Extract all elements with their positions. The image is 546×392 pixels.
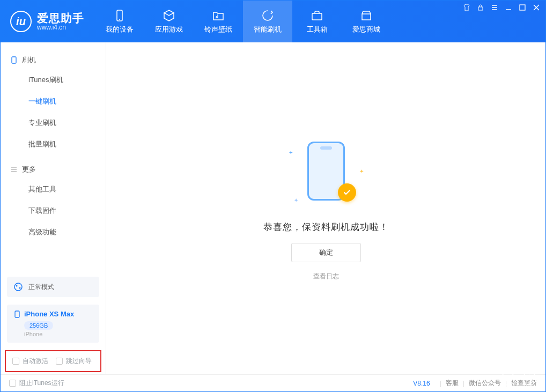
checkmark-icon <box>338 183 356 202</box>
brand-name: 爱思助手 <box>37 12 84 24</box>
tab-label: 工具箱 <box>307 25 328 34</box>
minimize-button[interactable] <box>505 4 512 11</box>
tab-label: 爱思商城 <box>352 25 380 34</box>
tab-toolbox[interactable]: 工具箱 <box>292 1 342 42</box>
lock-icon[interactable] <box>477 4 484 11</box>
ok-button[interactable]: 确定 <box>291 243 361 262</box>
checkbox-auto-activate[interactable]: 自动激活 <box>12 357 48 366</box>
status-link-support[interactable]: 客服 <box>446 379 459 388</box>
tab-apps[interactable]: 应用游戏 <box>144 1 194 42</box>
tab-label: 应用游戏 <box>155 25 183 34</box>
phone-icon <box>113 9 126 22</box>
svg-point-10 <box>16 285 18 287</box>
tab-my-device[interactable]: 我的设备 <box>95 1 144 42</box>
sidebar-section-flash: 刷机 <box>1 51 106 69</box>
header: iu 爱思助手 www.i4.cn 我的设备 应用游戏 铃声壁纸 智能刷机 <box>1 1 545 42</box>
svg-point-7 <box>528 375 532 379</box>
checkbox-row-highlight: 自动激活 跳过向导 <box>5 350 101 372</box>
sidebar-item-pro-flash[interactable]: 专业刷机 <box>1 112 106 134</box>
success-illustration: ✦ ✦ ✦ <box>289 136 364 211</box>
shirt-icon[interactable] <box>463 4 470 11</box>
sparkle-icon: ✦ <box>294 197 298 203</box>
main-tabs: 我的设备 应用游戏 铃声壁纸 智能刷机 工具箱 爱思商城 <box>95 1 391 42</box>
view-log-link[interactable]: 查看日志 <box>313 272 339 281</box>
svg-point-9 <box>14 283 22 291</box>
section-label: 刷机 <box>22 55 36 65</box>
tab-label: 铃声壁纸 <box>204 25 232 34</box>
sidebar-section-more: 更多 <box>1 160 106 179</box>
sidebar-item-advanced[interactable]: 高级功能 <box>1 221 106 243</box>
cube-icon <box>163 9 175 22</box>
sidebar-item-itunes-flash[interactable]: iTunes刷机 <box>1 69 106 91</box>
svg-rect-4 <box>520 5 525 10</box>
version-label: V8.16 <box>413 380 430 387</box>
maximize-button[interactable] <box>519 4 526 11</box>
statusbar: 阻止iTunes运行 V8.16 | 客服 | 微信公众号 | 检查更新 <box>1 374 545 391</box>
close-button[interactable] <box>533 4 540 11</box>
mode-icon <box>13 282 23 292</box>
sparkle-icon: ✦ <box>289 150 293 156</box>
svg-rect-3 <box>478 7 483 10</box>
window-controls <box>463 4 540 11</box>
sidebar: 刷机 iTunes刷机 一键刷机 专业刷机 批量刷机 更多 其他工具 下载固件 … <box>1 42 106 374</box>
device-card[interactable]: iPhone XS Max 256GB iPhone <box>7 305 99 343</box>
phone-small-icon <box>13 310 21 318</box>
svg-rect-12 <box>15 311 19 317</box>
mode-card[interactable]: 正常模式 <box>7 277 99 297</box>
menu-icon[interactable] <box>491 4 498 11</box>
sparkle-icon: ✦ <box>359 168 364 174</box>
list-icon <box>10 166 18 173</box>
sidebar-item-batch-flash[interactable]: 批量刷机 <box>1 134 106 155</box>
tab-ringtones[interactable]: 铃声壁纸 <box>194 1 243 42</box>
tab-flash[interactable]: 智能刷机 <box>243 1 292 42</box>
tab-label: 智能刷机 <box>254 25 282 34</box>
svg-point-11 <box>19 287 21 289</box>
brand-url: www.i4.cn <box>37 24 84 31</box>
music-folder-icon <box>212 9 225 22</box>
device-capacity-badge: 256GB <box>24 321 53 330</box>
device-name-label: iPhone XS Max <box>24 310 74 318</box>
toolbox-icon <box>311 9 323 22</box>
logo-icon: iu <box>10 11 32 32</box>
device-type-label: iPhone <box>24 331 93 337</box>
sidebar-item-download-firmware[interactable]: 下载固件 <box>1 200 106 221</box>
mode-label: 正常模式 <box>28 283 54 292</box>
logo: iu 爱思助手 www.i4.cn <box>1 1 95 42</box>
svg-point-1 <box>119 19 120 20</box>
svg-rect-2 <box>312 13 322 20</box>
sidebar-item-onekey-flash[interactable]: 一键刷机 <box>1 91 106 112</box>
checkbox-skip-wizard[interactable]: 跳过向导 <box>56 357 92 366</box>
device-icon <box>10 56 18 64</box>
section-label: 更多 <box>22 165 36 174</box>
tab-label: 我的设备 <box>106 25 134 34</box>
tab-store[interactable]: 爱思商城 <box>342 1 391 42</box>
svg-rect-8 <box>12 57 16 63</box>
sidebar-item-other-tools[interactable]: 其他工具 <box>1 179 106 200</box>
status-link-wechat[interactable]: 微信公众号 <box>469 379 501 388</box>
success-message: 恭喜您，保资料刷机成功啦！ <box>263 221 389 233</box>
store-icon <box>360 9 373 22</box>
refresh-shield-icon <box>261 9 274 22</box>
main-content: ✦ ✦ ✦ 恭喜您，保资料刷机成功啦！ 确定 查看日志 <box>106 42 545 374</box>
checkbox-block-itunes[interactable]: 阻止iTunes运行 <box>9 379 64 388</box>
